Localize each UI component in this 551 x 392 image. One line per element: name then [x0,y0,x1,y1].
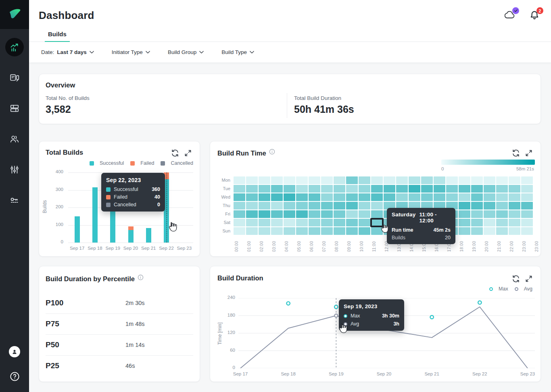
heatmap-cell[interactable] [321,227,333,235]
sidebar-item-devices[interactable] [5,68,24,87]
heatmap-cell[interactable] [446,185,458,193]
heatmap-cell[interactable] [359,219,370,226]
legend-item-failed[interactable]: Failed [130,160,154,166]
heatmap-cell[interactable] [309,210,320,218]
heatmap-cell[interactable] [484,176,495,184]
heatmap-cell[interactable] [346,176,358,184]
heatmap-cell[interactable] [384,176,395,184]
refresh-button[interactable] [511,149,520,158]
heatmap-cell[interactable] [284,176,295,184]
heatmap-cell[interactable] [371,193,383,201]
expand-button[interactable] [184,149,192,158]
heatmap-cell[interactable] [271,193,283,201]
heatmap-cell[interactable] [484,185,495,193]
heatmap-cell[interactable] [459,185,470,193]
heatmap-cell[interactable] [321,193,333,201]
heatmap-cell[interactable] [359,202,370,209]
heatmap-cell[interactable] [471,219,483,226]
legend-item-avg[interactable]: Avg [515,286,532,292]
heatmap-cell[interactable] [521,176,533,184]
heatmap-cell[interactable] [284,193,295,201]
heatmap-cell[interactable] [309,185,320,193]
heatmap-cell[interactable] [321,202,333,209]
heatmap-cell[interactable] [459,202,470,209]
heatmap-cell[interactable] [284,210,295,218]
legend-item-max[interactable]: Max [489,286,508,292]
heatmap-cell[interactable] [259,185,270,193]
heatmap-cell[interactable] [284,202,295,209]
heatmap-cell[interactable] [496,185,508,193]
heatmap-cell[interactable] [409,193,420,201]
heatmap-cell[interactable] [296,202,308,209]
tab-builds[interactable]: Builds [45,31,70,42]
heatmap-cell[interactable] [496,193,508,201]
cloud-sync-button[interactable] [504,10,516,21]
heatmap-cell[interactable] [271,219,283,226]
heatmap-cell[interactable] [509,227,520,235]
heatmap-cell[interactable] [259,210,270,218]
heatmap-cell[interactable] [446,193,458,201]
heatmap-cell[interactable] [271,176,283,184]
heatmap-cell[interactable] [296,219,308,226]
heatmap-cell[interactable] [434,176,445,184]
heatmap-cell[interactable] [234,210,245,218]
heatmap-cell[interactable] [459,193,470,201]
heatmap-cell[interactable] [459,176,470,184]
heatmap-cell[interactable] [234,176,245,184]
heatmap-cell[interactable] [459,210,470,218]
heatmap-cell[interactable] [484,202,495,209]
heatmap-cell[interactable] [434,193,445,201]
heatmap-cell[interactable] [346,202,358,209]
heatmap-cell[interactable] [459,219,470,226]
heatmap-cell[interactable] [409,176,420,184]
heatmap-cell[interactable] [496,176,508,184]
heatmap-cell[interactable] [284,185,295,193]
heatmap-cell[interactable] [246,219,258,226]
heatmap-cell[interactable] [309,219,320,226]
heatmap-cell[interactable] [296,227,308,235]
initiator-type-filter[interactable]: Initiator Type [112,49,150,55]
bar-segment-successful[interactable] [146,228,151,243]
heatmap-cell[interactable] [484,193,495,201]
heatmap-cell[interactable] [334,227,345,235]
heatmap-cell[interactable] [484,219,495,226]
date-filter[interactable]: Date: Last 7 days [41,49,94,55]
heatmap-cell[interactable] [246,185,258,193]
bar-segment-failed[interactable] [128,226,134,230]
notifications-button[interactable]: 2 [528,10,541,21]
heatmap-cell[interactable] [246,210,258,218]
heatmap-cell[interactable] [321,210,333,218]
heatmap-cell[interactable] [246,193,258,201]
heatmap-cell[interactable] [396,193,408,201]
heatmap-cell[interactable] [234,227,245,235]
heatmap-cell[interactable] [346,210,358,218]
heatmap-cell[interactable] [334,219,345,226]
heatmap-cell[interactable] [421,193,433,201]
heatmap-cell[interactable] [384,185,395,193]
heatmap-cell[interactable] [409,185,420,193]
heatmap-cell[interactable] [296,185,308,193]
heatmap-cell[interactable] [496,202,508,209]
heatmap-cell[interactable] [271,227,283,235]
heatmap-cell[interactable] [509,210,520,218]
heatmap-cell[interactable] [359,210,370,218]
avg-point[interactable] [334,314,338,317]
heatmap-cell[interactable] [396,176,408,184]
heatmap-cell[interactable] [421,185,433,193]
heatmap-cell[interactable] [259,219,270,226]
info-icon[interactable] [138,274,144,282]
heatmap-cell[interactable] [421,176,433,184]
heatmap-cell[interactable] [509,219,520,226]
heatmap-cell[interactable] [309,227,320,235]
heatmap-cell[interactable] [334,176,345,184]
heatmap-cell[interactable] [446,176,458,184]
heatmap-cell[interactable] [496,219,508,226]
heatmap-cell[interactable] [471,210,483,218]
heatmap-cell[interactable] [259,193,270,201]
heatmap-cell[interactable] [321,176,333,184]
heatmap-cell[interactable] [496,227,508,235]
build-type-filter[interactable]: Build Type [221,49,254,55]
heatmap-cell[interactable] [371,210,383,218]
heatmap-cell[interactable] [346,219,358,226]
heatmap-cell[interactable] [334,185,345,193]
